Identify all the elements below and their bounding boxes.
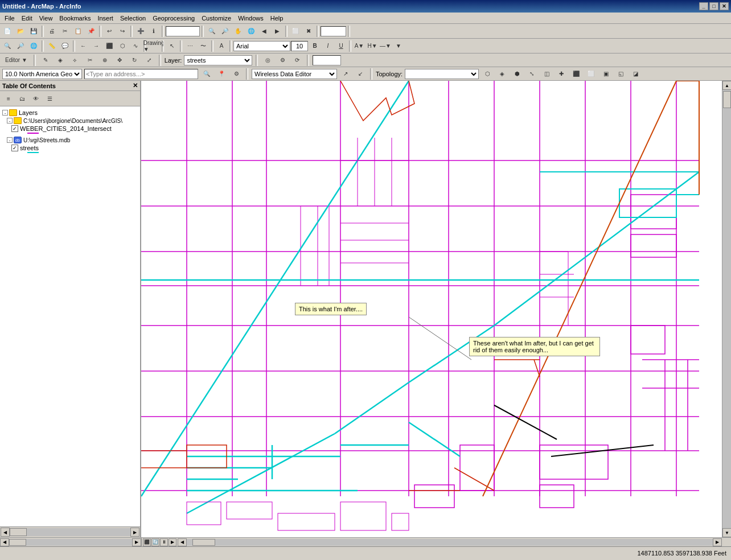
font-select[interactable]: Arial [233, 41, 290, 51]
nav-first-btn[interactable]: ⬛ [143, 538, 151, 546]
new-button[interactable]: 📄 [1, 25, 14, 38]
full-extent-button[interactable]: 🌐 [245, 25, 257, 38]
cut-button[interactable]: ✂ [59, 25, 71, 38]
menu-windows[interactable]: Windows [235, 14, 267, 23]
expand-ds1-icon[interactable]: - [7, 118, 13, 123]
back-button[interactable]: ← [77, 40, 89, 52]
toc-close-icon[interactable]: ✕ [133, 82, 138, 89]
menu-file[interactable]: File [1, 14, 18, 23]
topology-btn7[interactable]: ⬛ [570, 68, 582, 80]
toc-scroll-right[interactable]: ▶ [130, 528, 139, 537]
toc-datasource-2[interactable]: - db U:\vgi\Streets.mdb [2, 136, 138, 144]
save-button[interactable]: 💾 [27, 25, 40, 38]
highlight-button[interactable]: H▼ [366, 40, 379, 52]
menu-selection[interactable]: Selection [117, 14, 149, 23]
zoom-percent-input[interactable]: 100% [321, 26, 346, 36]
scale-input[interactable]: 1:14,685 [166, 26, 200, 36]
toc-layers-group[interactable]: - Layers [2, 109, 138, 117]
expand-layers-icon[interactable]: - [2, 110, 8, 116]
wireless-btn2[interactable]: ↙ [354, 68, 367, 80]
annotation-btn[interactable]: A [215, 40, 228, 52]
nav-pause-btn[interactable]: ⏸ [160, 538, 168, 546]
toc-hscroll-right[interactable]: ▶ [132, 538, 141, 546]
copy-button[interactable]: 📋 [72, 25, 84, 38]
fill-color-button[interactable]: ▼ [392, 40, 405, 52]
map-tips-button[interactable]: 💬 [59, 40, 71, 52]
reshape-btn[interactable]: ⟡ [69, 54, 81, 67]
menu-geoprocessing[interactable]: Geoprocessing [149, 14, 198, 23]
map-hscroll-left[interactable]: ◀ [178, 538, 187, 546]
merge-btn[interactable]: ⊕ [98, 54, 111, 67]
zoom-out-fixed-button[interactable]: 🔎 [14, 40, 27, 52]
select-features-button[interactable]: ⬜ [289, 25, 302, 38]
topology-btn8[interactable]: ⬜ [585, 68, 597, 80]
map-hscroll-track[interactable] [187, 539, 713, 546]
scroll-thumb[interactable] [723, 91, 731, 108]
toc-hscroll-left[interactable]: ◀ [0, 538, 9, 546]
topology-btn1[interactable]: ⬡ [481, 68, 494, 80]
pan-button[interactable]: ✋ [232, 25, 244, 38]
toc-layer-streets[interactable]: streets [2, 144, 138, 152]
vertical-scrollbar[interactable]: ▲ ▼ [722, 81, 731, 537]
menu-help[interactable]: Help [267, 14, 287, 23]
topology-btn11[interactable]: ◪ [629, 68, 642, 80]
toc-visibility-btn[interactable]: 👁 [30, 92, 42, 105]
font-size-input[interactable] [291, 41, 308, 51]
minimize-button[interactable]: _ [699, 2, 708, 10]
buffer-input[interactable]: 500 [313, 55, 341, 65]
move-btn[interactable]: ✥ [113, 54, 126, 67]
forward-button[interactable]: → [90, 40, 102, 52]
redo-button[interactable]: ↪ [116, 25, 129, 38]
streets-checkbox[interactable] [11, 145, 18, 151]
sketch-btn[interactable]: ✎ [39, 54, 52, 67]
address-input[interactable] [84, 69, 198, 79]
select-btn[interactable]: ⬛ [103, 40, 116, 52]
tracing-btn[interactable]: ⟳ [291, 54, 303, 67]
menu-view[interactable]: View [36, 14, 56, 23]
undo-button[interactable]: ↩ [103, 25, 116, 38]
trace-btn[interactable]: 〜 [197, 40, 210, 52]
toc-datasource-1[interactable]: - C:\Users\jborgione\Documents\ArcGIS\ [2, 117, 138, 125]
drawing-dropdown[interactable]: Drawing ▼ [147, 40, 160, 52]
toc-hscroll-track[interactable] [9, 539, 132, 546]
paste-button[interactable]: 📌 [85, 25, 97, 38]
topology-btn9[interactable]: ▣ [599, 68, 612, 80]
clear-selection-button[interactable]: ✖ [302, 25, 315, 38]
line-color-button[interactable]: —▼ [379, 40, 392, 52]
menu-edit[interactable]: Edit [18, 14, 36, 23]
find-address-button[interactable]: 🔍 [200, 68, 213, 80]
toc-h-scrollbar[interactable] [10, 528, 130, 536]
topology-select[interactable] [405, 69, 479, 79]
map-area[interactable]: This is what I'm after.... These aren't … [141, 81, 722, 537]
prev-extent-button[interactable]: ◀ [258, 25, 270, 38]
topology-btn3[interactable]: ⬢ [511, 68, 523, 80]
zoom-fixed-button[interactable]: 🔍 [1, 40, 14, 52]
identify-button[interactable]: ℹ [147, 25, 160, 38]
geocode-settings-button[interactable]: ⚙ [230, 68, 243, 80]
menu-bookmarks[interactable]: Bookmarks [56, 14, 94, 23]
nav-prev-btn[interactable]: 🔄 [151, 538, 159, 546]
locate-button[interactable]: 📍 [215, 68, 228, 80]
coordinate-system-select[interactable]: 10.0 North America Geocc [2, 69, 82, 79]
menu-customize[interactable]: Customize [198, 14, 235, 23]
topology-btn10[interactable]: ◱ [614, 68, 627, 80]
scale-btn[interactable]: ⤢ [143, 54, 155, 67]
cursor-btn[interactable]: ↖ [166, 40, 178, 52]
snap-settings-btn[interactable]: ⚙ [276, 54, 289, 67]
bold-button[interactable]: B [309, 40, 321, 52]
measure-button[interactable]: 📏 [46, 40, 58, 52]
topology-btn6[interactable]: ✚ [555, 68, 568, 80]
print-button[interactable]: 🖨 [46, 25, 58, 38]
map-hscroll-right[interactable]: ▶ [713, 538, 722, 546]
topology-btn5[interactable]: ◫ [540, 68, 553, 80]
nav-next-btn[interactable]: ▶ [169, 538, 176, 546]
menu-insert[interactable]: Insert [94, 14, 117, 23]
toc-options-btn[interactable]: ☰ [43, 92, 56, 105]
wireless-data-editor-select[interactable]: Wireless Data Editor [252, 69, 337, 79]
expand-ds2-icon[interactable]: - [7, 137, 13, 143]
zoom-in-button[interactable]: 🔍 [206, 25, 218, 38]
editor-dropdown[interactable]: Editor ▼ [2, 54, 30, 67]
scroll-down-button[interactable]: ▼ [722, 528, 731, 537]
next-extent-button[interactable]: ▶ [271, 25, 284, 38]
underline-button[interactable]: U [335, 40, 347, 52]
